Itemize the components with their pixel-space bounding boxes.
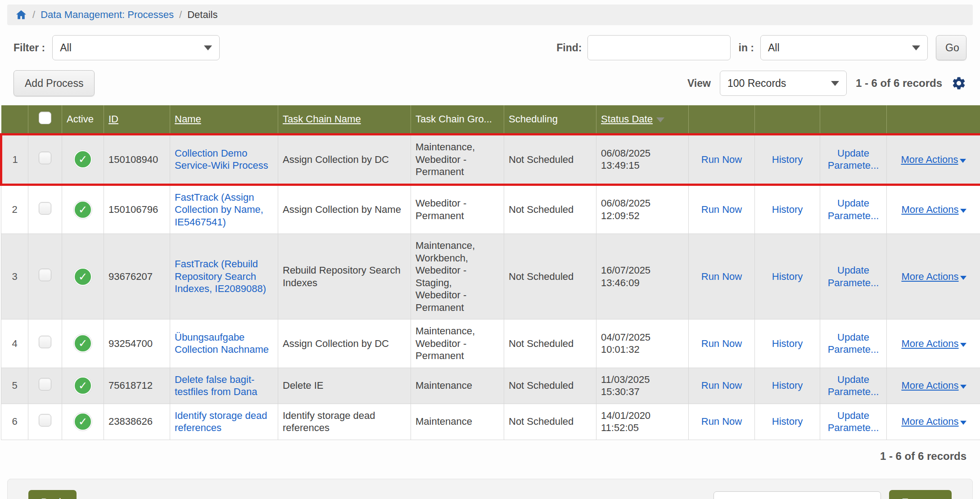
run-now-link[interactable]: Run Now: [701, 416, 742, 427]
active-check-icon: ✓: [74, 334, 92, 352]
row-checkbox[interactable]: [39, 269, 51, 281]
in-label: in :: [739, 42, 754, 54]
table-header-row: Active ID Name Task Chain Name Task Chai…: [1, 105, 980, 135]
header-task-chain-group: Task Chain Gro...: [411, 105, 504, 135]
find-input[interactable]: [587, 35, 731, 60]
update-parameters-link[interactable]: Update Paramete...: [828, 265, 879, 288]
scheduling: Not Scheduled: [504, 184, 596, 234]
history-link[interactable]: History: [772, 338, 803, 349]
process-name-link[interactable]: Collection Demo Service-Wiki Process: [175, 148, 268, 171]
run-now-link[interactable]: Run Now: [701, 338, 742, 349]
history-link[interactable]: History: [772, 154, 803, 165]
process-id: 93676207: [104, 234, 170, 319]
row-number: 1: [1, 135, 28, 185]
history-cell: History: [755, 404, 820, 440]
task-chain-name: Assign Collection by DC: [278, 135, 411, 185]
find-label: Find:: [556, 42, 582, 54]
header-run-now: [689, 105, 755, 135]
sort-descending-icon: [656, 117, 664, 122]
process-name-cell: Collection Demo Service-Wiki Process: [170, 135, 278, 185]
in-dropdown-value: All: [768, 42, 907, 54]
bottom-action-bar: Back Action Activate Execute: [7, 479, 973, 499]
dropdown-caret-icon: [960, 343, 966, 347]
status-date: 16/07/2025 13:46:09: [596, 234, 689, 319]
row-checkbox[interactable]: [39, 152, 51, 164]
update-parameters-link[interactable]: Update Paramete...: [828, 410, 879, 434]
settings-gear-icon[interactable]: [951, 76, 966, 91]
table-row: 5✓75618712Delete false bagit-testfiles f…: [1, 368, 980, 404]
history-link[interactable]: History: [772, 416, 803, 427]
update-parameters-link[interactable]: Update Paramete...: [828, 198, 879, 221]
update-parameters-link[interactable]: Update Paramete...: [828, 374, 879, 398]
header-status-date[interactable]: Status Date: [596, 105, 689, 135]
history-link[interactable]: History: [772, 271, 803, 282]
update-parameters-cell: Update Paramete...: [820, 135, 887, 185]
more-actions-link[interactable]: More Actions: [901, 416, 966, 427]
task-chain-group: Maintenance: [411, 404, 504, 440]
execute-button[interactable]: Execute: [889, 490, 952, 499]
header-task-chain-name[interactable]: Task Chain Name: [278, 105, 411, 135]
process-name-link[interactable]: Identify storage dead references: [175, 410, 267, 434]
row-select-cell: [28, 234, 62, 319]
header-id[interactable]: ID: [104, 105, 170, 135]
more-actions-link[interactable]: More Actions: [901, 380, 966, 391]
breadcrumb-link-processes[interactable]: Data Management: Processes: [41, 9, 174, 21]
more-actions-cell: More Actions: [887, 319, 980, 368]
dropdown-caret-icon: [960, 159, 966, 163]
process-name-cell: FastTrack (Rebuild Repository Search Ind…: [170, 234, 278, 319]
update-parameters-link[interactable]: Update Paramete...: [828, 332, 879, 355]
dropdown-caret-icon: [960, 385, 966, 389]
process-name-link[interactable]: Übungsaufgabe Collection Nachname: [175, 332, 269, 355]
history-cell: History: [755, 319, 820, 368]
run-now-link[interactable]: Run Now: [701, 204, 742, 215]
update-parameters-link[interactable]: Update Paramete...: [828, 148, 879, 171]
more-actions-cell: More Actions: [887, 184, 980, 234]
scheduling: Not Scheduled: [504, 404, 596, 440]
table-row: 3✓93676207FastTrack (Rebuild Repository …: [1, 234, 980, 319]
active-status-cell: ✓: [62, 319, 104, 368]
process-name-link[interactable]: FastTrack (Assign Collection by Name, IE…: [175, 192, 263, 228]
view-records-value: 100 Records: [727, 77, 826, 90]
in-dropdown[interactable]: All: [760, 35, 928, 60]
view-records-dropdown[interactable]: 100 Records: [720, 71, 847, 96]
back-button[interactable]: Back: [28, 490, 77, 499]
process-name-cell: Übungsaufgabe Collection Nachname: [170, 319, 278, 368]
history-link[interactable]: History: [772, 380, 803, 391]
select-all-checkbox[interactable]: [39, 112, 51, 124]
process-id: 93254700: [104, 319, 170, 368]
history-cell: History: [755, 184, 820, 234]
active-check-icon: ✓: [74, 377, 92, 395]
filter-dropdown[interactable]: All: [52, 35, 220, 60]
home-icon[interactable]: [15, 9, 27, 21]
process-name-link[interactable]: Delete false bagit-testfiles from Dana: [175, 374, 257, 398]
row-checkbox[interactable]: [39, 378, 51, 391]
task-chain-name: Identify storage dead references: [278, 404, 411, 440]
process-name-link[interactable]: FastTrack (Rebuild Repository Search Ind…: [175, 258, 266, 294]
breadcrumb-current: Details: [187, 9, 217, 21]
go-button[interactable]: Go: [936, 35, 966, 60]
history-link[interactable]: History: [772, 204, 803, 215]
status-date: 06/08/2025 13:49:15: [596, 135, 689, 185]
header-name[interactable]: Name: [170, 105, 278, 135]
row-select-cell: [28, 135, 62, 185]
more-actions-link[interactable]: More Actions: [901, 154, 966, 165]
run-now-link[interactable]: Run Now: [701, 380, 742, 391]
more-actions-link[interactable]: More Actions: [901, 204, 966, 215]
more-actions-link[interactable]: More Actions: [901, 271, 966, 282]
add-process-button[interactable]: Add Process: [14, 70, 95, 96]
header-more-actions: [887, 105, 980, 135]
row-checkbox[interactable]: [39, 414, 51, 427]
more-actions-link[interactable]: More Actions: [901, 338, 966, 349]
row-number: 4: [1, 319, 28, 368]
row-checkbox[interactable]: [39, 202, 51, 215]
active-status-cell: ✓: [62, 184, 104, 234]
run-now-link[interactable]: Run Now: [701, 271, 742, 282]
task-chain-name: Rebuild Repository Search Indexes: [278, 234, 411, 319]
more-actions-cell: More Actions: [887, 404, 980, 440]
run-now-link[interactable]: Run Now: [701, 154, 742, 165]
row-select-cell: [28, 319, 62, 368]
action-dropdown[interactable]: Activate: [714, 491, 881, 499]
row-checkbox[interactable]: [39, 336, 51, 348]
run-now-cell: Run Now: [689, 319, 755, 368]
process-name-cell: Delete false bagit-testfiles from Dana: [170, 368, 278, 404]
